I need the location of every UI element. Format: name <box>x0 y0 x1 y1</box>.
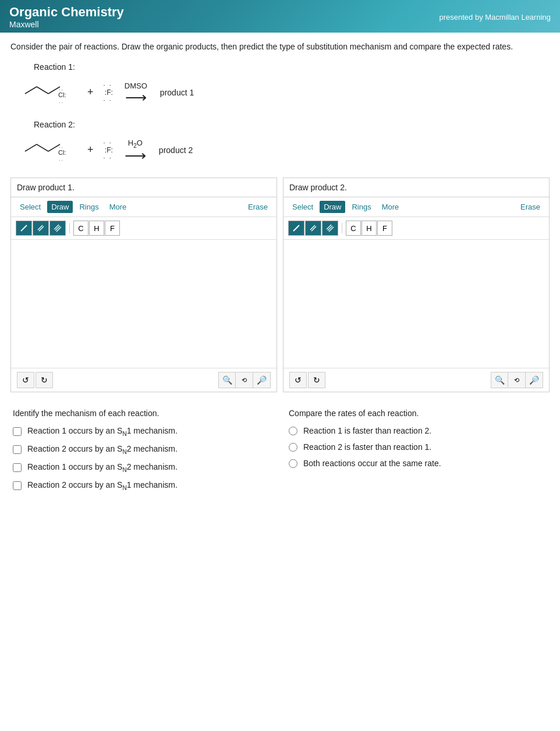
panel2-zoom-in-btn[interactable]: 🔍 <box>491 372 508 388</box>
panel2-zoom-out-btn[interactable]: 🔎 <box>526 372 543 388</box>
panel2-double-bond-btn[interactable] <box>305 221 321 236</box>
rates-radio-1[interactable] <box>289 427 297 435</box>
panel1-zoom-in-btn[interactable]: 🔍 <box>218 372 236 388</box>
panel1-canvas[interactable] <box>11 240 277 368</box>
panel1-more-btn[interactable]: More <box>105 201 131 213</box>
svg-line-18 <box>293 225 299 231</box>
reaction2-arrow: ⟶ <box>125 150 146 162</box>
panel1-bond-toolbar: C H F <box>11 217 277 240</box>
panel1-draw-btn[interactable]: Draw <box>47 201 73 213</box>
rates-section: Compare the rates of each reaction. Reac… <box>289 409 547 498</box>
panel2-redo-btn[interactable]: ↻ <box>308 372 325 388</box>
svg-text:·  ·: · · <box>59 145 63 150</box>
panel1-header: Draw product 1. <box>11 178 277 197</box>
svg-line-15 <box>54 225 59 229</box>
reaction2-product: product 2 <box>159 146 193 155</box>
questions-section: Identify the mechanism of each reaction.… <box>10 409 550 498</box>
reaction1-substrate: Cl: · · · · <box>22 76 80 108</box>
panel1-triple-bond-btn[interactable] <box>49 221 66 236</box>
reaction2-row: Reaction 2: Cl: · · · · + · · :F: · · H2… <box>10 120 550 166</box>
mechanism-title: Identify the mechanism of each reaction. <box>13 409 271 418</box>
panel1-zoom-tools: 🔍 ⟲ 🔎 <box>218 372 271 388</box>
svg-line-16 <box>55 226 60 230</box>
panel2-erase-btn[interactable]: Erase <box>516 201 544 213</box>
mechanism-option-3: Reaction 1 occurs by an SN2 mechanism. <box>13 462 271 473</box>
panel2-sep1 <box>342 223 342 233</box>
mechanism-label-4: Reaction 2 occurs by an SN1 mechanism. <box>27 480 178 491</box>
panel1-redo-btn[interactable]: ↻ <box>36 372 53 388</box>
panel1-undo-btn[interactable]: ↺ <box>17 372 34 388</box>
panel2-zoom-tools: 🔍 ⟲ 🔎 <box>491 372 543 388</box>
reaction1-fluoride: · · :F: · · <box>103 81 113 104</box>
svg-line-6 <box>25 144 37 151</box>
reaction2-plus: + <box>87 144 94 156</box>
panel2-bond-toolbar: C H F <box>283 217 549 240</box>
mechanism-option-2: Reaction 2 occurs by an SN2 mechanism. <box>13 444 271 455</box>
panel1-zoom-reset-btn[interactable]: ⟲ <box>236 372 253 388</box>
reaction2-label: Reaction 2: <box>34 120 550 129</box>
course-title: Organic Chemistry <box>9 5 124 20</box>
panel1-toolbar: Select Draw Rings More Erase <box>11 197 277 217</box>
panel2-undo-btn[interactable]: ↺ <box>289 372 307 388</box>
panel1-carbon-btn[interactable]: C <box>73 221 88 236</box>
svg-text:·  ·: · · <box>59 158 63 163</box>
reaction1-label: Reaction 1: <box>34 62 550 72</box>
panel2-atom-tools: C H F <box>346 221 392 236</box>
panel2-select-btn[interactable]: Select <box>288 201 317 213</box>
rates-option-2: Reaction 2 is faster than reaction 1. <box>289 442 547 452</box>
rates-radio-3[interactable] <box>289 459 297 468</box>
svg-line-7 <box>37 144 48 151</box>
panel1-double-bond-btn[interactable] <box>33 221 49 236</box>
svg-line-14 <box>39 226 44 231</box>
panel2-zoom-reset-btn[interactable]: ⟲ <box>508 372 526 388</box>
draw-panel-1: Draw product 1. Select Draw Rings More E… <box>10 178 277 392</box>
panel1-hydrogen-btn[interactable]: H <box>89 221 104 236</box>
panel2-rings-btn[interactable]: Rings <box>348 201 375 213</box>
mechanism-checkbox-1[interactable] <box>13 427 22 436</box>
panel1-single-bond-btn[interactable] <box>16 221 32 236</box>
panel2-single-bond-btn[interactable] <box>288 221 304 236</box>
page-header: Organic Chemistry Maxwell presented by M… <box>0 0 560 33</box>
panel1-footer: ↺ ↻ 🔍 ⟲ 🔎 <box>11 368 277 392</box>
panel2-hydrogen-btn[interactable]: H <box>361 221 377 236</box>
panel1-zoom-out-btn[interactable]: 🔎 <box>253 372 271 388</box>
mechanism-checkbox-4[interactable] <box>13 481 22 490</box>
reaction1-container: Cl: · · · · + · · :F: · · DMSO ⟶ product… <box>22 76 550 108</box>
panel2-triple-bond-btn[interactable] <box>322 221 338 236</box>
rates-label-1: Reaction 1 is faster than reaction 2. <box>303 426 431 435</box>
reaction1-arrow: ⟶ <box>125 91 147 104</box>
svg-line-12 <box>21 225 27 231</box>
panel2-toolbar: Select Draw Rings More Erase <box>283 197 549 217</box>
panel2-undo-redo: ↺ ↻ <box>289 372 325 388</box>
reaction1-arrow-container: DMSO ⟶ <box>125 81 147 104</box>
panel1-undo-redo: ↺ ↻ <box>17 372 53 388</box>
svg-line-17 <box>56 227 61 232</box>
mechanism-label-2: Reaction 2 occurs by an SN2 mechanism. <box>27 444 178 455</box>
reaction2-arrow-container: H2O ⟶ <box>125 139 146 162</box>
svg-line-19 <box>310 225 315 230</box>
mechanism-option-4: Reaction 2 occurs by an SN1 mechanism. <box>13 480 271 491</box>
panel2-canvas[interactable] <box>283 240 549 368</box>
panel2-fluorine-btn[interactable]: F <box>377 221 392 236</box>
mechanism-section: Identify the mechanism of each reaction.… <box>13 409 271 498</box>
panel1-erase-btn[interactable]: Erase <box>244 201 272 213</box>
panel2-more-btn[interactable]: More <box>378 201 403 213</box>
panel1-atom-tools: C H F <box>73 221 120 236</box>
mechanism-label-3: Reaction 1 occurs by an SN2 mechanism. <box>27 462 178 473</box>
reaction2-container: Cl: · · · · + · · :F: · · H2O ⟶ product … <box>22 134 550 166</box>
rates-radio-2[interactable] <box>289 443 297 452</box>
draw-panel-2: Draw product 2. Select Draw Rings More E… <box>283 178 550 392</box>
panel2-bond-tools <box>288 221 338 236</box>
svg-line-1 <box>37 87 48 94</box>
panel2-header: Draw product 2. <box>283 178 549 197</box>
panel2-carbon-btn[interactable]: C <box>346 221 361 236</box>
publisher-info: presented by Macmillan Learning <box>440 13 551 22</box>
panel2-draw-btn[interactable]: Draw <box>320 201 345 213</box>
svg-text:·  ·: · · <box>59 87 63 93</box>
panel1-select-btn[interactable]: Select <box>16 201 45 213</box>
svg-line-22 <box>328 226 332 230</box>
panel1-fluorine-btn[interactable]: F <box>105 221 120 236</box>
mechanism-checkbox-2[interactable] <box>13 445 22 454</box>
mechanism-checkbox-3[interactable] <box>13 463 22 472</box>
panel1-rings-btn[interactable]: Rings <box>75 201 102 213</box>
